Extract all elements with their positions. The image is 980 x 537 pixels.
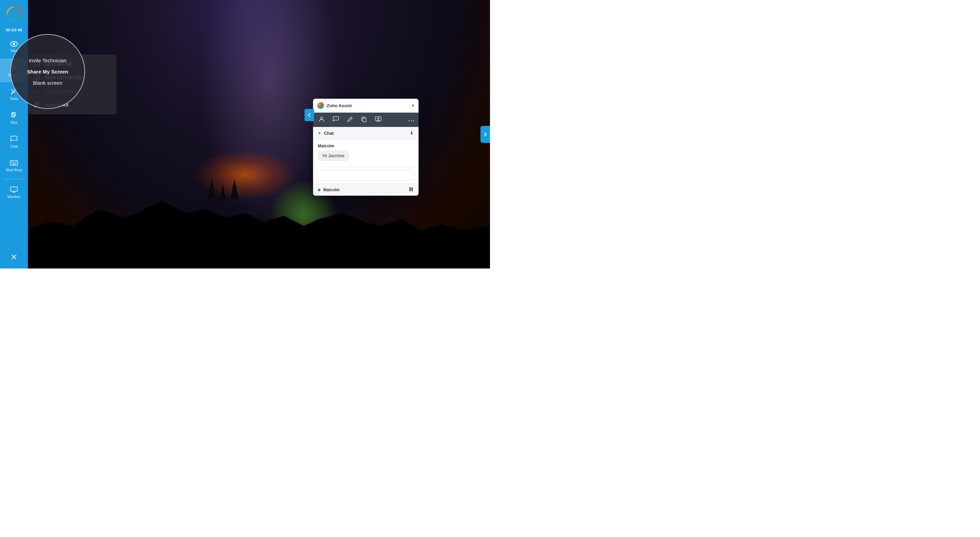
svg-rect-25 [411,187,413,191]
copy-icon[interactable] [360,115,368,125]
eye-icon [10,41,18,48]
sidebar-chat-label: Chat [10,145,18,148]
chat-section-title: Chat [324,131,410,136]
sidebar-item-chat[interactable]: Chat [0,130,28,154]
sidebar: 00:03:40 View Session Tools [0,0,28,269]
chat-header: ▼ Chat ⬇ [313,127,418,140]
pencil-icon[interactable] [346,115,354,125]
monitor-icon [10,186,18,194]
more-options-icon[interactable] [408,117,414,123]
pause-button[interactable] [408,186,414,193]
logo-icon [6,6,21,21]
share-my-screen-button[interactable]: Share My Screen [11,67,84,76]
sidebar-monitors-label: Monitors [8,195,21,199]
sidebar-shortkeys-label: Short Keys [6,168,22,172]
sidebar-item-monitors[interactable]: Monitors [0,181,28,204]
chat-bubble-icon[interactable] [331,115,340,124]
svg-rect-5 [11,187,18,191]
panel-toolbar [313,113,418,127]
trees [206,178,240,201]
sidebar-divider [4,179,24,179]
panel-collapse-button[interactable] [305,109,314,121]
chat-footer: Malcolm [313,183,418,196]
sidebar-item-files[interactable]: Files [0,106,28,130]
chat-input-area [313,167,418,183]
svg-point-18 [321,117,323,120]
app-logo [0,0,28,28]
message-sender: Malcolm [318,143,414,148]
sidebar-files-label: Files [10,121,18,124]
panel-close-button[interactable]: × [412,103,414,108]
chat-message-bubble: Hi Jasmine [318,150,349,161]
session-circle-menu: Invite Technician Share My Screen Blank … [10,34,85,109]
chat-input-field[interactable] [318,170,414,181]
zoho-assist-panel: Zoho Assist × [313,99,418,196]
zoho-logo-icon [317,102,324,109]
panel-titlebar: Zoho Assist × [313,99,418,113]
chat-chevron-icon: ▼ [318,131,321,135]
panel-title: Zoho Assist [327,103,409,108]
sidebar-tools-label: Tools [10,97,18,101]
blank-screen-button[interactable]: Blank screen [11,79,84,87]
screen-share-icon[interactable] [374,115,383,124]
right-expand-button[interactable] [480,126,490,143]
svg-rect-24 [409,187,411,191]
svg-point-23 [414,121,414,121]
svg-point-22 [411,121,412,121]
chat-icon [10,135,18,143]
download-chat-button[interactable]: ⬇ [410,130,414,136]
svg-rect-19 [363,118,366,122]
chat-messages-area: Malcolm Hi Jasmine [313,140,418,167]
keyboard-icon [10,160,18,167]
svg-point-1 [13,43,15,45]
invite-technician-button[interactable]: Invite Technician [11,56,84,65]
chat-section: ▼ Chat ⬇ Malcolm Hi Jasmine Malcolm [313,127,418,196]
person-icon[interactable] [317,115,326,125]
sidebar-item-shortkeys[interactable]: Short Keys [0,154,28,178]
online-status-indicator [318,188,321,191]
svg-point-21 [409,121,410,121]
session-timer: 00:03:40 [6,28,22,32]
close-session-button[interactable] [8,251,20,263]
footer-username: Malcolm [323,188,406,192]
svg-rect-4 [10,161,18,166]
files-icon [11,112,18,120]
